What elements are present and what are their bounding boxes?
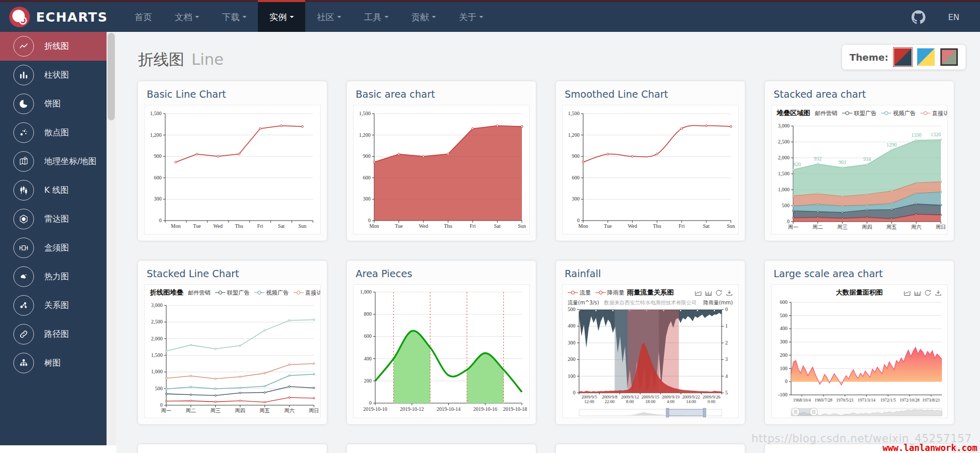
svg-text:300: 300 (572, 196, 580, 202)
toolbox-restore-icon[interactable] (715, 289, 722, 296)
svg-text:300: 300 (363, 196, 371, 202)
legend-item-联盟广告[interactable]: 联盟广告 (215, 289, 250, 297)
nav-item-社区[interactable]: 社区 (305, 2, 353, 32)
svg-text:Wed: Wed (213, 223, 222, 229)
sidebar-item-路径图[interactable]: 路径图 (0, 320, 107, 349)
sidebar-item-雷达图[interactable]: 雷达图 (0, 205, 107, 233)
nav-item-首页[interactable]: 首页 (123, 2, 163, 32)
sidebar-item-散点图[interactable]: 散点图 (0, 118, 107, 147)
example-card-title[interactable]: Basic Line Chart (138, 81, 327, 105)
legend-item-邮件营销[interactable]: 邮件营销 (815, 110, 837, 117)
next-row-card-peek (556, 444, 745, 453)
svg-text:5: 5 (725, 390, 728, 395)
theme-swatch-default[interactable] (894, 48, 912, 66)
sidebar-item-饼图[interactable]: 饼图 (0, 89, 107, 118)
svg-text:2009/9/512:00: 2009/9/512:00 (582, 394, 597, 404)
legend-item-直接访问[interactable]: 直接访问 (293, 289, 321, 297)
example-card[interactable]: Basic Line Chart03006009001,2001,500MonT… (138, 81, 327, 241)
datazoom-handle[interactable] (792, 408, 799, 416)
boxplot-icon (13, 238, 34, 258)
svg-text:400: 400 (364, 356, 372, 361)
radar-icon (13, 209, 34, 229)
nav-item-label: 文档 (174, 11, 192, 23)
sidebar-item-热力图[interactable]: 热力图 (0, 262, 107, 291)
sidebar-item-label: 雷达图 (44, 214, 69, 225)
example-card[interactable]: Area Pieces02004006008001,0002019-10-102… (347, 261, 536, 424)
svg-text:1971/3/14: 1971/3/14 (857, 397, 876, 403)
datazoom-slider[interactable] (579, 408, 722, 417)
toolbox-bar-icon[interactable] (705, 289, 712, 296)
nav-item-实例[interactable]: 实例 (258, 2, 305, 32)
example-card[interactable]: Large scale area chart大数据量面积图-1000100200… (765, 261, 954, 424)
datazoom-handle[interactable] (810, 408, 817, 416)
example-card[interactable]: Stacked area chart堆叠区域图邮件营销联盟广告视频广告直接访问搜… (765, 81, 954, 241)
toolbox-restore-icon[interactable] (924, 289, 931, 296)
sidebar-item-地理坐标/地图[interactable]: 地理坐标/地图 (0, 147, 107, 176)
svg-text:周四: 周四 (862, 224, 872, 230)
sidebar-item-树图[interactable]: 树图 (0, 349, 107, 377)
svg-text:900: 900 (363, 153, 371, 159)
example-card-title[interactable]: Large scale area chart (765, 261, 954, 284)
nav-item-label: 实例 (269, 11, 287, 23)
download-icon[interactable] (726, 289, 733, 296)
svg-text:0: 0 (368, 218, 371, 223)
nav-item-文档[interactable]: 文档 (163, 2, 211, 32)
sidebar-item-折线图[interactable]: 折线图 (0, 32, 107, 61)
example-card[interactable]: Stacked Line Chart折线图堆叠邮件营销联盟广告视频广告直接访问搜… (138, 261, 327, 424)
datazoom-slider[interactable] (791, 408, 942, 416)
example-card-title[interactable]: Area Pieces (347, 261, 536, 284)
example-card-title[interactable]: Smoothed Line Chart (556, 81, 745, 105)
svg-text:2019-10-14: 2019-10-14 (436, 406, 461, 412)
echarts-logo-icon (9, 7, 30, 27)
svg-text:100: 100 (568, 373, 575, 379)
example-card[interactable]: Rainfall流量降雨量雨量流量关系图流量(m^3/s)数据来自西安兰特水电测… (556, 261, 745, 424)
example-card-title[interactable]: Rainfall (556, 261, 745, 284)
sidebar-item-柱状图[interactable]: 柱状图 (0, 61, 107, 89)
nav-item-label: 关于 (459, 11, 476, 23)
theme-swatch-light[interactable] (917, 48, 935, 66)
github-icon[interactable] (912, 10, 925, 24)
chart-category-sidebar: 折线图柱状图饼图散点图地理坐标/地图K 线图雷达图盒须图热力图关系图路径图树图 (0, 32, 107, 445)
map-icon (13, 151, 34, 172)
datazoom-handle[interactable] (703, 408, 706, 417)
svg-text:1,200: 1,200 (568, 132, 580, 138)
language-toggle[interactable]: EN (948, 12, 959, 22)
toolbox-line-icon[interactable] (904, 289, 911, 296)
svg-text:2019-10-18: 2019-10-18 (503, 406, 527, 412)
nav-item-工具[interactable]: 工具 (353, 2, 400, 32)
sidebar-scrollbar-thumb[interactable] (108, 33, 115, 120)
datazoom-handle[interactable] (666, 408, 669, 417)
download-icon[interactable] (935, 289, 942, 296)
svg-text:820: 820 (793, 161, 801, 167)
nav-item-label: 工具 (364, 11, 381, 23)
nav-item-关于[interactable]: 关于 (447, 2, 495, 32)
sidebar-item-关系图[interactable]: 关系图 (0, 291, 107, 320)
theme-swatch-dark[interactable] (940, 48, 958, 66)
svg-text:500: 500 (782, 203, 790, 208)
toolbox-bar-icon[interactable] (914, 289, 921, 296)
sidebar-item-K 线图[interactable]: K 线图 (0, 176, 107, 205)
nav-item-下载[interactable]: 下载 (211, 2, 258, 32)
legend-item-邮件营销[interactable]: 邮件营销 (188, 289, 211, 297)
toolbox-line-icon[interactable] (695, 289, 702, 296)
example-card-title[interactable]: Stacked area chart (765, 81, 954, 105)
legend-item-直接访问[interactable]: 直接访问 (920, 110, 948, 117)
example-card[interactable]: Basic area chart03006009001,2001,500MonT… (347, 81, 536, 241)
svg-text:Mon: Mon (579, 223, 588, 229)
svg-text:周日: 周日 (936, 224, 946, 230)
example-card-title[interactable]: Basic area chart (347, 81, 536, 105)
legend-item-联盟广告[interactable]: 联盟广告 (842, 110, 877, 117)
sidebar-scrollbar[interactable] (107, 32, 116, 445)
example-card-title[interactable]: Stacked Line Chart (138, 261, 327, 284)
legend-item-视频广告[interactable]: 视频广告 (881, 110, 916, 117)
chart-canvas: 05001,0001,5002,0002,5003,000周一周二周三周四周五周… (145, 298, 320, 418)
echarts-logo[interactable]: ECHARTS (0, 2, 123, 32)
legend-item-视频广告[interactable]: 视频广告 (254, 289, 289, 297)
nav-item-贡献[interactable]: 贡献 (400, 2, 447, 32)
svg-text:Tue: Tue (395, 223, 403, 229)
legend-item-流量[interactable]: 流量 (568, 289, 591, 297)
legend-item-降雨量[interactable]: 降雨量 (596, 289, 624, 297)
sidebar-item-盒须图[interactable]: 盒须图 (0, 233, 107, 262)
svg-text:Thu: Thu (653, 223, 661, 229)
example-card[interactable]: Smoothed Line Chart03006009001,2001,500M… (556, 81, 745, 241)
